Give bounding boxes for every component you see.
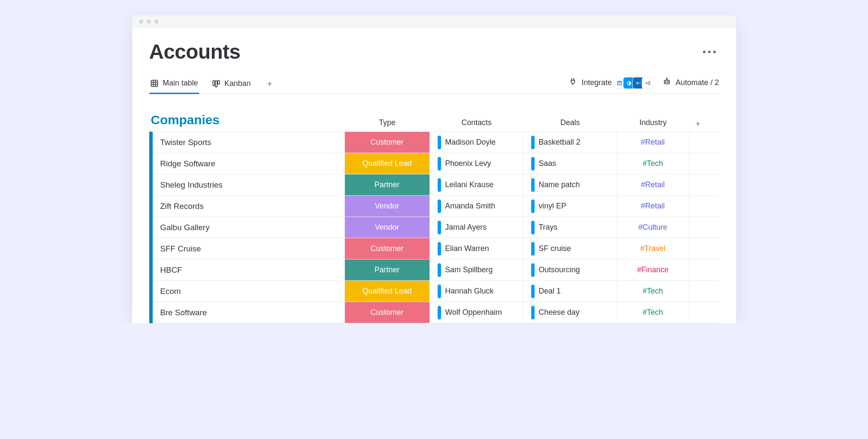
industry-cell[interactable]: #Tech [617, 281, 689, 302]
link-pill-icon [438, 178, 441, 192]
tab-main-table[interactable]: Main table [149, 75, 199, 94]
integrate-label: Integrate [581, 78, 612, 87]
deal-cell[interactable]: Deal 1 [524, 281, 617, 302]
column-header-deals[interactable]: Deals [524, 118, 617, 127]
integration-more-badge: +2 [642, 77, 653, 88]
window-titlebar [132, 15, 736, 28]
type-cell[interactable]: Vendor [345, 196, 430, 217]
deal-cell[interactable]: Saas [524, 153, 617, 174]
contact-name: Jamal Ayers [445, 223, 487, 232]
type-cell[interactable]: Partner [345, 259, 430, 280]
column-header-type[interactable]: Type [345, 118, 430, 127]
link-pill-icon [531, 263, 535, 277]
industry-cell[interactable]: #Finance [617, 259, 689, 280]
company-name-cell[interactable]: Ridge Software [153, 153, 345, 174]
type-cell[interactable]: Qualified Lead [345, 153, 430, 174]
contact-cell[interactable]: Amanda Smith [430, 196, 524, 217]
more-options-button[interactable] [700, 47, 719, 57]
contact-cell[interactable]: Leilani Krause [430, 174, 524, 195]
industry-cell[interactable]: #Retail [617, 132, 689, 153]
empty-cell [689, 302, 706, 323]
deal-cell[interactable]: Basketball 2 [524, 132, 617, 153]
type-cell[interactable]: Customer [345, 132, 430, 153]
automate-button[interactable]: Automate / 2 [663, 77, 719, 88]
deal-cell[interactable]: Outsourcing [524, 259, 617, 280]
column-header-contacts[interactable]: Contacts [430, 118, 524, 127]
company-name-cell[interactable]: Ecom [153, 281, 345, 302]
type-cell[interactable]: Partner [345, 174, 430, 195]
company-name-cell[interactable]: HBCF [153, 259, 345, 280]
add-view-button[interactable] [264, 77, 276, 92]
industry-cell[interactable]: #Tech [617, 302, 689, 323]
contact-cell[interactable]: Madison Doyle [430, 132, 524, 153]
contact-name: Sam Spillberg [445, 265, 493, 274]
link-pill-icon [438, 200, 441, 213]
industry-cell[interactable]: #Retail [617, 174, 689, 195]
company-name-cell[interactable]: Bre Software [153, 302, 345, 323]
column-header-industry[interactable]: Industry [617, 118, 689, 127]
robot-icon [663, 77, 671, 88]
contact-cell[interactable]: Hannah Gluck [430, 281, 524, 302]
company-name-cell[interactable]: Twister Sports [153, 132, 345, 153]
table-icon [150, 79, 159, 88]
table-row[interactable]: SFF CruiseCustomerElian WarrenSF cruise#… [153, 238, 719, 259]
deal-cell[interactable]: Name patch [524, 174, 617, 195]
type-cell[interactable]: Vendor [345, 217, 430, 238]
table-row[interactable]: Bre SoftwareCustomerWolf OppenhaimCheese… [153, 302, 719, 323]
company-name-cell[interactable]: Sheleg Industries [153, 174, 345, 195]
type-cell[interactable]: Customer [345, 238, 430, 259]
table-row[interactable]: Ridge SoftwareQualified LeadPhoenix Levy… [153, 153, 719, 174]
table-row[interactable]: EcomQualified LeadHannah GluckDeal 1#Tec… [153, 281, 719, 302]
industry-cell[interactable]: #Travel [617, 238, 689, 259]
table-row[interactable]: Zift RecordsVendorAmanda Smithvinyl EP#R… [153, 196, 719, 217]
company-name-cell[interactable]: Galbu Gallery [153, 217, 345, 238]
deal-name: Outsourcing [539, 265, 580, 274]
svg-rect-6 [215, 80, 217, 87]
contact-cell[interactable]: Sam Spillberg [430, 259, 524, 280]
empty-cell [689, 281, 706, 302]
link-pill-icon [531, 221, 535, 234]
deal-cell[interactable]: Cheese day [524, 302, 617, 323]
view-tabs: Main table Kanban Integrate [149, 75, 719, 94]
window-dot [147, 20, 151, 24]
empty-cell [689, 153, 706, 174]
type-cell[interactable]: Qualified Lead [345, 281, 430, 302]
industry-cell[interactable]: #Tech [617, 153, 689, 174]
integrate-button[interactable]: Integrate 31 ◑ +2 [569, 77, 653, 88]
deal-name: Basketball 2 [539, 138, 581, 147]
empty-cell [689, 196, 706, 217]
link-pill-icon [531, 200, 535, 213]
deal-name: Saas [539, 159, 556, 168]
company-name-cell[interactable]: Zift Records [153, 196, 345, 217]
industry-cell[interactable]: #Retail [617, 196, 689, 217]
group-title[interactable]: Companies [149, 113, 345, 127]
table-row[interactable]: Galbu GalleryVendorJamal AyersTrays#Cult… [153, 217, 719, 238]
industry-cell[interactable]: #Culture [617, 217, 689, 238]
contact-cell[interactable]: Phoenix Levy [430, 153, 524, 174]
deal-cell[interactable]: Trays [524, 217, 617, 238]
link-pill-icon [438, 285, 441, 298]
svg-rect-7 [218, 80, 219, 84]
company-name-cell[interactable]: SFF Cruise [153, 238, 345, 259]
svg-point-19 [667, 78, 668, 79]
table-row[interactable]: Sheleg IndustriesPartnerLeilani KrauseNa… [153, 174, 719, 196]
tab-kanban[interactable]: Kanban [211, 76, 252, 93]
deal-cell[interactable]: vinyl EP [524, 196, 617, 217]
contact-cell[interactable]: Jamal Ayers [430, 217, 524, 238]
type-cell[interactable]: Customer [345, 302, 430, 323]
table-row[interactable]: HBCFPartnerSam SpillbergOutsourcing#Fina… [153, 259, 719, 281]
empty-cell [689, 238, 706, 259]
link-pill-icon [438, 157, 441, 171]
link-pill-icon [438, 242, 441, 256]
add-column-button[interactable] [689, 120, 706, 127]
table-row[interactable]: Twister SportsCustomerMadison DoyleBaske… [153, 132, 719, 153]
contact-cell[interactable]: Wolf Oppenhaim [430, 302, 524, 323]
tab-label: Kanban [225, 79, 251, 88]
deal-name: Deal 1 [539, 287, 561, 296]
svg-point-16 [666, 82, 666, 83]
link-pill-icon [531, 242, 535, 256]
link-pill-icon [438, 306, 441, 319]
deal-cell[interactable]: SF cruise [524, 238, 617, 259]
contact-cell[interactable]: Elian Warren [430, 238, 524, 259]
link-pill-icon [531, 178, 535, 192]
